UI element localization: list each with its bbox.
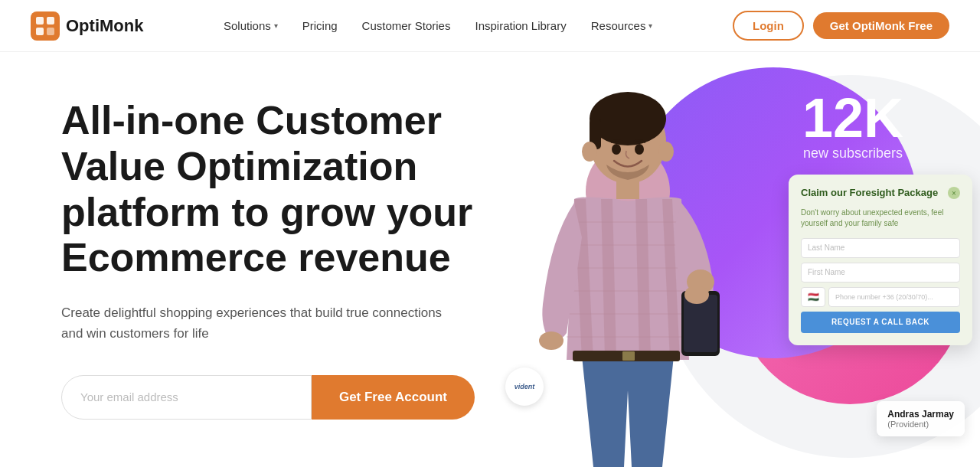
svg-point-19 — [539, 331, 564, 350]
hero-right: 12K new subscribers — [459, 52, 980, 467]
svg-point-24 — [635, 144, 644, 155]
person-svg — [482, 69, 773, 467]
stats-number: 12K — [802, 90, 903, 145]
svg-point-20 — [684, 286, 709, 304]
stats-badge: 12K new subscribers — [802, 90, 903, 162]
email-input[interactable] — [61, 375, 312, 420]
svg-point-26 — [658, 142, 674, 162]
popup-phone-row: 🇭🇺 Phone number +36 (20/30/70)... — [801, 287, 960, 307]
popup-close-button[interactable]: × — [948, 187, 960, 199]
main-nav: Solutions ▾ Pricing Customer Stories Ins… — [214, 13, 662, 38]
logo[interactable]: OptiMonk — [31, 11, 143, 41]
hero-cta: Get Free Account — [61, 375, 475, 420]
popup-subtitle: Don't worry about unexpected events, fee… — [801, 207, 960, 229]
hero-subtitle: Create delightful shopping experiences t… — [61, 302, 459, 344]
get-free-account-button[interactable]: Get Free Account — [312, 375, 475, 420]
testimonial-badge: Andras Jarmay (Provident) — [877, 401, 965, 436]
svg-point-25 — [582, 142, 597, 162]
nav-resources[interactable]: Resources ▾ — [582, 13, 662, 38]
nav-pricing[interactable]: Pricing — [293, 13, 347, 38]
get-free-button[interactable]: Get OptiMonk Free — [813, 12, 949, 39]
logo-text: OptiMonk — [66, 16, 143, 36]
popup-flag-icon[interactable]: 🇭🇺 — [801, 287, 825, 307]
svg-rect-3 — [36, 28, 44, 35]
popup-card-title: Claim our Foresight Package — [801, 187, 938, 200]
hero-title: All-in-one Customer Value Optimization p… — [61, 98, 475, 281]
hero-person-image — [482, 69, 773, 467]
svg-rect-22 — [622, 351, 635, 361]
svg-point-23 — [612, 144, 621, 155]
svg-rect-0 — [31, 11, 60, 41]
popup-phone-field[interactable]: Phone number +36 (20/30/70)... — [828, 287, 960, 307]
testimonial-name: Andras Jarmay — [887, 409, 954, 420]
logo-icon — [31, 11, 60, 41]
svg-rect-2 — [47, 17, 54, 24]
header-actions: Login Get OptiMonk Free — [733, 11, 949, 41]
login-button[interactable]: Login — [733, 11, 804, 41]
popup-card-header: Claim our Foresight Package × — [801, 187, 960, 200]
nav-customer-stories[interactable]: Customer Stories — [353, 13, 460, 38]
popup-card: Claim our Foresight Package × Don't worr… — [789, 175, 972, 345]
svg-rect-9 — [616, 180, 639, 199]
popup-first-name-field[interactable]: First Name — [801, 263, 960, 282]
svg-rect-1 — [36, 17, 44, 24]
hero-left: All-in-one Customer Value Optimization p… — [0, 52, 505, 450]
header: OptiMonk Solutions ▾ Pricing Customer St… — [0, 0, 980, 52]
vident-badge: vident — [505, 367, 544, 406]
testimonial-company: (Provident) — [887, 420, 954, 429]
solutions-chevron-icon: ▾ — [274, 21, 278, 30]
resources-chevron-icon: ▾ — [648, 21, 652, 30]
popup-last-name-field[interactable]: Last Name — [801, 238, 960, 258]
popup-cta-button[interactable]: REQUEST A CALL BACK — [801, 312, 960, 333]
stats-label: new subscribers — [802, 145, 903, 162]
hero-section: All-in-one Customer Value Optimization p… — [0, 52, 980, 467]
nav-inspiration-library[interactable]: Inspiration Library — [466, 13, 575, 38]
nav-solutions[interactable]: Solutions ▾ — [214, 13, 287, 38]
svg-rect-4 — [47, 28, 54, 35]
